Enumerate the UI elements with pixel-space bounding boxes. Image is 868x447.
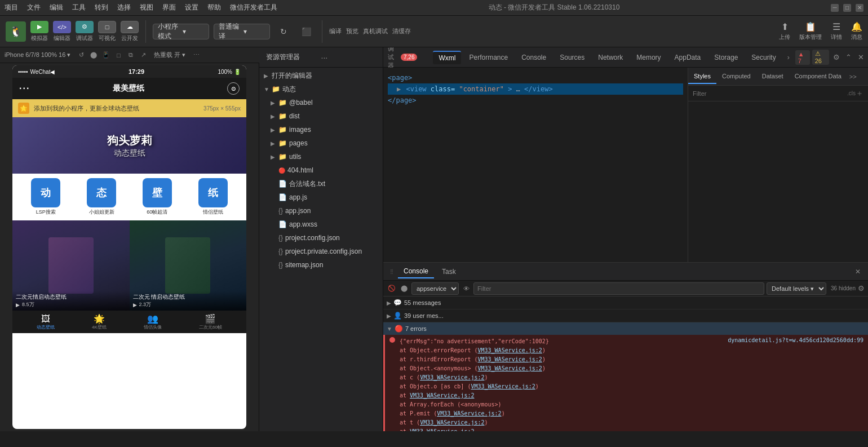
real-device-btn[interactable]: 真机调试: [363, 27, 388, 36]
menu-item-goto[interactable]: 转到: [95, 3, 108, 12]
message-button[interactable]: 🔔 消息: [851, 21, 862, 41]
error-link-8[interactable]: VM33_WAService.js:2: [420, 419, 484, 426]
styles-tab-dataset[interactable]: Dataset: [756, 69, 789, 84]
error-link-7[interactable]: VM33_WAService.js:2: [437, 410, 501, 417]
compile-btn[interactable]: 编译: [329, 27, 342, 36]
dt-tab-more[interactable]: ›: [784, 51, 793, 64]
menu-item-edit[interactable]: 编辑: [50, 3, 63, 12]
dt-close-btn[interactable]: ✕: [856, 51, 866, 64]
console-tab-console[interactable]: Console: [398, 265, 434, 278]
fe-header-more[interactable]: ···: [321, 53, 377, 62]
console-drag-handle[interactable]: ⣿: [388, 269, 396, 274]
fe-item-babel[interactable]: ▶ 📁 @babel: [259, 96, 383, 109]
fe-item-open-editors[interactable]: ▶ 打开的编辑器: [259, 69, 383, 82]
console-clear-btn[interactable]: 🚫: [387, 284, 397, 294]
debugger-button[interactable]: ⚙ 调试器: [76, 21, 94, 42]
stop-button[interactable]: ⬛: [297, 23, 315, 41]
compile-dropdown[interactable]: 普通编译 ▾: [214, 24, 270, 39]
menu-item-settings[interactable]: 设置: [185, 3, 198, 12]
tablet-icon[interactable]: □: [113, 50, 123, 60]
dt-tab-appdata[interactable]: AppData: [669, 51, 707, 64]
console-source-select[interactable]: appservice: [411, 282, 459, 295]
fe-item-domain[interactable]: ▶ 📄 合法域名.txt: [259, 177, 383, 191]
menu-item-wechat-devtools[interactable]: 微信开发者工具: [230, 3, 277, 12]
fe-item-appjs[interactable]: ▶ 📄 app.js: [259, 191, 383, 204]
error-link-4[interactable]: VM33_WAService.js:2: [471, 383, 535, 390]
error-link-5[interactable]: VM33_WAService.js:2: [410, 392, 474, 399]
fe-item-pages[interactable]: ▶ 📁 pages: [259, 136, 383, 150]
minimize-button[interactable]: ─: [831, 4, 839, 12]
visualize-button[interactable]: □ 可视化: [98, 21, 116, 42]
copy-icon[interactable]: ⧉: [126, 50, 136, 60]
dt-collapse-btn[interactable]: ⌃: [844, 51, 854, 64]
fe-item-appwxss[interactable]: ▶ 📄 app.wxss: [259, 218, 383, 231]
inspect-icon[interactable]: ↗: [138, 50, 148, 60]
version-mgr-button[interactable]: 📋 版本管理: [799, 21, 822, 41]
maximize-button[interactable]: □: [843, 4, 851, 12]
dom-line-page-close[interactable]: </page>: [388, 95, 683, 106]
dom-line-view[interactable]: ▶ <view class= "container" > … </view>: [388, 83, 683, 95]
bottom-tab-2[interactable]: 🌟 4K壁纸: [92, 313, 107, 330]
bottom-tab-1[interactable]: 🖼 动态壁纸: [37, 314, 55, 330]
bottom-tab-3[interactable]: 👥 情侣头像: [144, 313, 162, 330]
fe-item-dist[interactable]: ▶ 📁 dist: [259, 109, 383, 123]
mode-dropdown[interactable]: 小程序模式 ▾: [153, 24, 209, 39]
styles-tab-more[interactable]: >>: [847, 70, 859, 83]
dt-tab-sources[interactable]: Sources: [554, 51, 590, 64]
fe-item-404[interactable]: ▶ 🔴 404.html: [259, 163, 383, 177]
phone-icon-dong[interactable]: 动 LSP搜索: [31, 178, 60, 216]
menu-item-project[interactable]: 项目: [5, 3, 18, 12]
fe-item-images[interactable]: ▶ 📁 images: [259, 123, 383, 136]
styles-tab-styles[interactable]: Styles: [688, 69, 716, 84]
error-link-9[interactable]: VM33_WAService.js:2: [410, 428, 474, 431]
menu-item-interface[interactable]: 界面: [162, 3, 176, 12]
dt-tab-security[interactable]: Security: [746, 51, 781, 64]
phone-icon-bi[interactable]: 壁 60帧超清: [143, 178, 172, 216]
styles-tab-component-data[interactable]: Component Data: [789, 69, 847, 84]
phone-card-1[interactable]: 二次元情启动态壁纸 ▶ 8.5万: [12, 220, 130, 311]
console-group-messages-header[interactable]: ▶ 💬 55 messages: [383, 296, 868, 309]
console-group-errors-header[interactable]: ▼ 🔴 7 errors: [383, 322, 868, 335]
more-tools-icon[interactable]: ⋯: [191, 50, 201, 60]
fe-item-root[interactable]: ▼ 📁 动态: [259, 82, 383, 96]
error-link-0[interactable]: VM33_WAService.js:2: [477, 347, 542, 353]
dt-tab-memory[interactable]: Memory: [631, 51, 666, 64]
upload-button[interactable]: ⬆ 上传: [779, 21, 790, 41]
preview-btn[interactable]: 预览: [346, 27, 358, 36]
styles-filter-input[interactable]: [693, 90, 847, 97]
phone-icon-zhi[interactable]: 纸 情侣壁纸: [198, 178, 228, 216]
menu-item-view[interactable]: 视图: [140, 3, 153, 12]
dt-tab-console[interactable]: Console: [516, 51, 552, 64]
dt-tab-performance[interactable]: Performance: [463, 51, 513, 64]
error-link-1[interactable]: VM33_WAService.js:2: [477, 356, 542, 362]
menu-item-tools[interactable]: 工具: [72, 3, 86, 12]
console-close-btn[interactable]: ✕: [852, 266, 863, 277]
menu-item-select[interactable]: 选择: [117, 3, 131, 12]
editor-button[interactable]: </> 编辑器: [53, 21, 71, 42]
device-selector[interactable]: iPhone 6/7/8 100% 16 ▾: [5, 51, 70, 59]
menu-item-help[interactable]: 帮助: [207, 3, 221, 12]
error-link-2[interactable]: VM33_WAService.js:2: [477, 365, 542, 371]
phone-icon-tai[interactable]: 态 小姐姐更新: [87, 178, 116, 216]
screenshot-icon[interactable]: ⬤: [88, 50, 99, 60]
phone-card-2[interactable]: 二次元 情启动态壁纸 ▶ 2.3万: [130, 220, 247, 311]
error-source-link[interactable]: dynamicdetail.js?t=w.4d56cd120d2560dd:99: [728, 337, 863, 343]
styles-add-rule-btn[interactable]: ＋: [856, 88, 863, 99]
hotspot-toggle[interactable]: 热重载 开 ▾: [154, 51, 185, 59]
phone-icon[interactable]: 📱: [101, 50, 111, 60]
refresh-button[interactable]: ↻: [274, 23, 293, 41]
menu-item-file[interactable]: 文件: [27, 3, 41, 12]
close-button[interactable]: ✕: [856, 4, 863, 12]
fe-item-privateconfig[interactable]: ▶ {} project.private.config.json: [259, 245, 383, 258]
dt-tab-network[interactable]: Network: [592, 51, 628, 64]
fe-item-appjson[interactable]: ▶ {} app.json: [259, 204, 383, 218]
fe-item-utils[interactable]: ▶ 📁 utils: [259, 150, 383, 163]
rotate-icon[interactable]: ↺: [76, 50, 86, 60]
simulator-button[interactable]: ▶ 模拟器: [30, 21, 48, 42]
bottom-tab-4[interactable]: 🎬 二次元60帧: [199, 313, 222, 330]
fe-item-projectconfig[interactable]: ▶ {} project.config.json: [259, 231, 383, 245]
console-gear-btn[interactable]: ⚙: [858, 284, 865, 293]
fe-item-sitemap[interactable]: ▶ {} sitemap.json: [259, 258, 383, 272]
console-level-select[interactable]: Default levels ▾: [767, 282, 826, 295]
clear-cache-btn[interactable]: 清缓存: [392, 27, 411, 36]
